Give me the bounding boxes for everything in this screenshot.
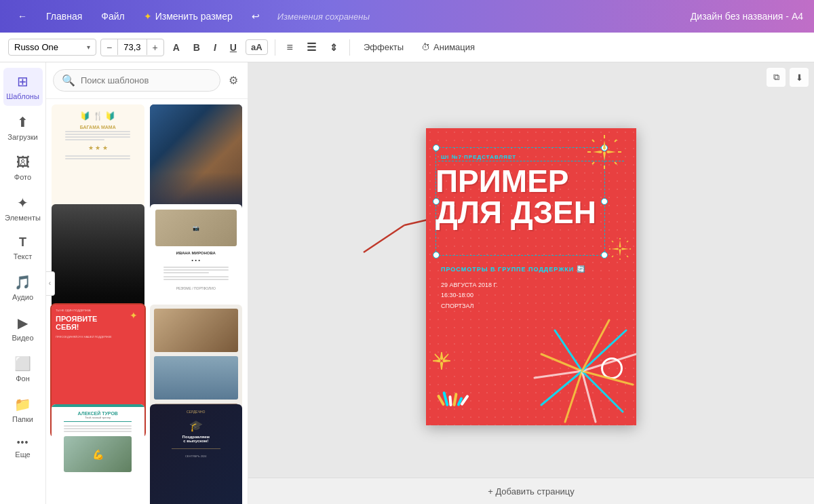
sidebar-item-photos[interactable]: 🖼 Фото (3, 149, 43, 187)
selection-handle-bl[interactable] (433, 252, 440, 258)
file-button[interactable]: Файл (94, 7, 131, 26)
svg-line-22 (627, 256, 628, 257)
svg-marker-29 (433, 360, 440, 362)
canvas-subtitle: ПРОСМОТРЫ В ГРУППЕ ПОДДЕРЖКИ 🔄 (441, 265, 585, 273)
font-selector[interactable]: Russo One ▾ (8, 39, 96, 56)
sidebar-text-label: Текст (14, 252, 33, 260)
toolbar-separator-1 (275, 39, 275, 56)
search-box[interactable]: 🔍 (53, 69, 220, 92)
canvas-title-line1: ПРИМЕР (435, 166, 596, 197)
sidebar-item-templates[interactable]: ⊞ Шаблоны (3, 68, 43, 106)
panel-collapse-toggle[interactable]: ‹ (46, 271, 55, 296)
resize-button[interactable]: ✦ Изменить размер (137, 7, 239, 26)
design-canvas[interactable]: ШІ №7 ПРЕДСТАВЛЯЕТ ПРИМЕР ДЛЯ ДЗЕН ПРОСМ… (426, 128, 636, 425)
underline-button[interactable]: U (225, 39, 241, 56)
svg-line-8 (615, 140, 617, 142)
star-burst-bottom-left (433, 352, 450, 372)
search-input[interactable] (81, 75, 212, 85)
sidebar-item-video[interactable]: ▶ Видео (3, 309, 43, 347)
svg-marker-24 (619, 249, 621, 256)
animation-button[interactable]: ⏱ Анимация (414, 39, 482, 56)
filter-button[interactable]: ⚙ (226, 71, 241, 90)
effects-label: Эффекты (364, 42, 404, 52)
svg-marker-28 (441, 362, 443, 370)
undo-button[interactable]: ↩ (245, 7, 267, 26)
folders-icon: 📁 (14, 396, 31, 412)
canvas-detail-date: 29 АВГУСТА 2018 Г. (441, 280, 498, 290)
search-icon: 🔍 (62, 74, 75, 87)
resize-label: Изменить размер (155, 11, 233, 22)
templates-icon: ⊞ (17, 73, 28, 90)
back-button[interactable]: ← (11, 7, 34, 26)
template-card-7[interactable]: АЛЕКСЕЙ ТУРОВ Твой личный тренер 💪 (52, 404, 144, 504)
svg-marker-31 (435, 354, 440, 360)
sidebar-audio-label: Аудио (12, 293, 33, 301)
templates-search-bar: 🔍 ⚙ (46, 62, 248, 99)
toolbar-separator-2 (349, 39, 350, 56)
font-size-increase-button[interactable]: + (147, 39, 163, 56)
video-icon: ▶ (18, 315, 28, 331)
sidebar-item-text[interactable]: T Текст (3, 230, 43, 266)
sparkle-lines-bottom-right (528, 317, 636, 425)
sidebar-item-folders[interactable]: 📁 Папки (3, 391, 43, 429)
sidebar-item-audio[interactable]: 🎵 Аудио (3, 269, 43, 307)
selection-handle-br[interactable] (601, 252, 608, 258)
canvas-area: ⧉ ⬇ (248, 62, 814, 504)
font-size-decrease-button[interactable]: − (101, 39, 117, 56)
svg-line-2 (364, 225, 404, 252)
photos-icon: 🖼 (16, 155, 30, 170)
canvas-title-line2: ДЛЯ ДЗЕН (435, 197, 596, 228)
canvas-background: ШІ №7 ПРЕДСТАВЛЯЕТ ПРИМЕР ДЛЯ ДЗЕН ПРОСМ… (426, 128, 636, 425)
text-icon: T (19, 235, 26, 250)
bold-button[interactable]: B (189, 39, 205, 56)
elements-icon: ✦ (17, 195, 28, 211)
svg-marker-14 (606, 151, 616, 153)
selection-handle-mr[interactable] (601, 198, 608, 205)
refresh-icon: 🔄 (577, 265, 585, 273)
star-burst-top-right (587, 135, 621, 172)
svg-line-9 (592, 162, 594, 164)
top-nav: ← Главная Файл ✦ Изменить размер ↩ Измен… (0, 0, 814, 33)
bottom-line-decors (440, 391, 466, 406)
template-card-8[interactable]: СЕРДЕЧНО 🎓 Поздравляемс выпуском! СЕНТЯБ… (150, 404, 243, 504)
svg-marker-11 (603, 140, 606, 150)
background-icon: ⬜ (14, 355, 31, 372)
canvas-wrapper: ШІ №7 ПРЕДСТАВЛЯЕТ ПРИМЕР ДЛЯ ДЗЕН ПРОСМ… (248, 62, 814, 478)
add-page-button[interactable]: + Добавить страницу (488, 486, 575, 497)
svg-marker-30 (443, 360, 450, 362)
sidebar-item-background[interactable]: ⬜ Фон (3, 350, 43, 388)
case-button[interactable]: аА (246, 39, 268, 55)
svg-marker-27 (441, 352, 443, 360)
file-label: Файл (101, 11, 124, 22)
selection-handle-tl[interactable] (433, 144, 440, 151)
italic-button[interactable]: I (209, 39, 221, 56)
home-button[interactable]: Главная (39, 7, 89, 26)
canvas-details: 29 АВГУСТА 2018 Г. 16:30-18:00 СПОРТЗАЛ (441, 280, 498, 311)
font-large-icon-button[interactable]: A (168, 39, 185, 56)
sidebar-item-more[interactable]: ••• Еще (3, 431, 43, 464)
font-name-display: Russo One (14, 42, 58, 52)
animation-icon: ⏱ (421, 42, 430, 52)
font-size-value: 73,3 (117, 39, 147, 55)
sidebar: ⊞ Шаблоны ⬆ Загрузки 🖼 Фото ✦ Элементы T… (0, 62, 46, 504)
sidebar-folders-label: Папки (12, 415, 33, 423)
svg-line-7 (592, 140, 594, 142)
templates-grid: 🔰 🍴 🔰 БАГАМА МАМА ★ ★ ★ (46, 99, 248, 504)
template-1-title: БАГАМА МАМА (80, 125, 116, 130)
undo-icon: ↩ (252, 11, 260, 22)
animation-label: Анимация (433, 42, 475, 52)
audio-icon: 🎵 (14, 274, 31, 290)
back-arrow-icon: ← (18, 11, 27, 22)
templates-panel: 🔍 ⚙ 🔰 🍴 🔰 БАГАМА МАМА ★ ★ ★ (46, 62, 248, 504)
star-burst-right (609, 238, 631, 263)
line-spacing-button[interactable]: ⇕ (325, 39, 343, 56)
sidebar-item-uploads[interactable]: ⬆ Загрузки (3, 109, 43, 147)
align-button[interactable]: ≡ (282, 38, 298, 57)
list-button[interactable]: ☰ (302, 37, 321, 57)
more-icon: ••• (17, 437, 29, 448)
sidebar-item-elements[interactable]: ✦ Элементы (3, 189, 43, 227)
svg-marker-25 (611, 248, 619, 250)
svg-line-10 (615, 162, 617, 164)
effects-button[interactable]: Эффекты (357, 39, 410, 56)
sidebar-video-label: Видео (12, 334, 33, 342)
